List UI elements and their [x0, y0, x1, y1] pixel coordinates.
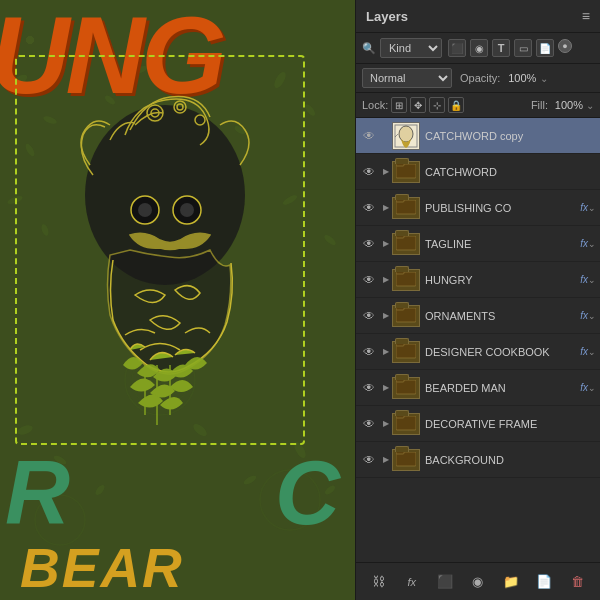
layer-item[interactable]: 👁 ▶ ORNAMENTS fx ⌄ — [356, 298, 600, 334]
footer-delete-btn[interactable]: 🗑 — [566, 571, 588, 593]
canvas-area: UNG — [0, 0, 355, 600]
lock-all-btn[interactable]: 🔒 — [448, 97, 464, 113]
canvas-text-c: C — [275, 442, 340, 545]
layer-expand-arrow[interactable]: ▶ — [380, 346, 392, 358]
layer-visibility-icon[interactable]: 👁 — [360, 235, 378, 253]
lock-transparent-btn[interactable]: ⊞ — [391, 97, 407, 113]
layer-thumbnail — [392, 305, 420, 327]
filter-adjustment-btn[interactable]: ◉ — [470, 39, 488, 57]
svg-rect-59 — [396, 452, 404, 454]
layer-thumbnail — [392, 377, 420, 399]
layer-item[interactable]: 👁 ▶ BACKGROUND — [356, 442, 600, 478]
layer-visibility-icon[interactable]: 👁 — [360, 199, 378, 217]
layer-visibility-icon[interactable]: 👁 — [360, 343, 378, 361]
layer-item[interactable]: 👁 ▶ HUNGRY fx ⌄ — [356, 262, 600, 298]
layer-visibility-icon[interactable]: 👁 — [360, 451, 378, 469]
layer-name: ORNAMENTS — [425, 310, 577, 322]
layer-expand-arrow[interactable]: ▶ — [380, 310, 392, 322]
layer-name: DESIGNER COOKBOOK — [425, 346, 577, 358]
layer-name: CATCHWORD copy — [425, 130, 596, 142]
layer-expand-arrow[interactable]: ▶ — [380, 238, 392, 250]
layers-panel: Layers ≡ 🔍 Kind Name ⬛ ◉ T ▭ 📄 ● Normal … — [355, 0, 600, 600]
opacity-label: Opacity: — [460, 72, 500, 84]
lock-label: Lock: — [362, 99, 388, 111]
layers-list: 👁 CATCHWORD copy 👁 ▶ — [356, 118, 600, 562]
svg-point-34 — [180, 203, 194, 217]
layer-fx-badge: fx — [580, 202, 588, 213]
footer-adjustment-btn[interactable]: ◉ — [467, 571, 489, 593]
layer-item[interactable]: 👁 ▶ BEARDED MAN fx ⌄ — [356, 370, 600, 406]
layer-item[interactable]: 👁 ▶ DECORATIVE FRAME — [356, 406, 600, 442]
filter-shape-btn[interactable]: ▭ — [514, 39, 532, 57]
layer-name: CATCHWORD — [425, 166, 596, 178]
layer-expand-arrow[interactable]: ▶ — [380, 418, 392, 430]
layer-thumbnail — [392, 233, 420, 255]
blend-mode-dropdown[interactable]: Normal Multiply Screen — [362, 68, 452, 88]
layer-thumbnail — [392, 122, 420, 150]
layer-visibility-icon[interactable]: 👁 — [360, 163, 378, 181]
layer-fx-chevron[interactable]: ⌄ — [588, 311, 596, 321]
layer-fx-badge: fx — [580, 382, 588, 393]
layer-expand-arrow[interactable]: ▶ — [380, 166, 392, 178]
layer-name: DECORATIVE FRAME — [425, 418, 596, 430]
layer-fx-chevron[interactable]: ⌄ — [588, 203, 596, 213]
layer-expand-arrow[interactable]: ▶ — [380, 454, 392, 466]
canvas-text-bear: BEAR — [20, 536, 184, 600]
layer-visibility-icon[interactable]: 👁 — [360, 415, 378, 433]
layer-name: HUNGRY — [425, 274, 577, 286]
filter-toggle-btn[interactable]: ● — [558, 39, 572, 53]
filter-type-btn[interactable]: T — [492, 39, 510, 57]
filter-pixel-btn[interactable]: ⬛ — [448, 39, 466, 57]
layer-visibility-icon[interactable]: 👁 — [360, 307, 378, 325]
layer-item[interactable]: 👁 ▶ TAGLINE fx ⌄ — [356, 226, 600, 262]
filter-icons: ⬛ ◉ T ▭ 📄 ● — [448, 39, 572, 57]
layer-expand-arrow[interactable]: ▶ — [380, 202, 392, 214]
layer-thumbnail — [392, 161, 420, 183]
footer-new-layer-btn[interactable]: 📄 — [533, 571, 555, 593]
fill-value[interactable]: 100% — [551, 99, 583, 111]
layer-fx-badge: fx — [580, 238, 588, 249]
layer-visibility-icon[interactable]: 👁 — [360, 271, 378, 289]
opacity-chevron[interactable]: ⌄ — [540, 73, 548, 84]
filter-bar: 🔍 Kind Name ⬛ ◉ T ▭ 📄 ● — [356, 33, 600, 64]
footer-fx-btn[interactable]: fx — [401, 571, 423, 593]
layer-fx-chevron[interactable]: ⌄ — [588, 383, 596, 393]
fill-chevron[interactable]: ⌄ — [586, 100, 594, 111]
footer-group-btn[interactable]: 📁 — [500, 571, 522, 593]
filter-kind-dropdown[interactable]: Kind Name — [380, 38, 442, 58]
layer-item[interactable]: 👁 ▶ PUBLISHING CO fx ⌄ — [356, 190, 600, 226]
layer-fx-chevron[interactable]: ⌄ — [588, 347, 596, 357]
layer-expand-arrow[interactable]: ▶ — [380, 382, 392, 394]
layer-fx-chevron[interactable]: ⌄ — [588, 239, 596, 249]
layer-fx-badge: fx — [580, 346, 588, 357]
layer-name: TAGLINE — [425, 238, 577, 250]
layer-item[interactable]: 👁 ▶ CATCHWORD — [356, 154, 600, 190]
svg-rect-49 — [396, 272, 404, 274]
layer-item[interactable]: 👁 ▶ DESIGNER COOKBOOK fx ⌄ — [356, 334, 600, 370]
layer-fx-chevron[interactable]: ⌄ — [588, 275, 596, 285]
filter-label: 🔍 — [362, 42, 376, 55]
layer-name: BEARDED MAN — [425, 382, 577, 394]
filter-smartobj-btn[interactable]: 📄 — [536, 39, 554, 57]
blend-opacity-bar: Normal Multiply Screen Opacity: 100% ⌄ — [356, 64, 600, 93]
layer-name: PUBLISHING CO — [425, 202, 577, 214]
footer-mask-btn[interactable]: ⬛ — [434, 571, 456, 593]
panel-menu-button[interactable]: ≡ — [582, 8, 590, 24]
svg-rect-55 — [396, 380, 404, 382]
opacity-value[interactable]: 100% — [504, 72, 536, 84]
svg-rect-53 — [396, 344, 404, 346]
layer-item[interactable]: 👁 CATCHWORD copy — [356, 118, 600, 154]
svg-point-33 — [138, 203, 152, 217]
layer-visibility-icon[interactable]: 👁 — [360, 127, 378, 145]
lock-image-btn[interactable]: ✥ — [410, 97, 426, 113]
layer-thumbnail — [392, 341, 420, 363]
layer-visibility-icon[interactable]: 👁 — [360, 379, 378, 397]
panel-title: Layers — [366, 9, 408, 24]
lock-position-btn[interactable]: ⊹ — [429, 97, 445, 113]
layer-expand-arrow[interactable] — [380, 130, 392, 142]
lock-fill-bar: Lock: ⊞ ✥ ⊹ 🔒 Fill: 100% ⌄ — [356, 93, 600, 118]
footer-link-btn[interactable]: ⛓ — [368, 571, 390, 593]
svg-rect-43 — [396, 164, 404, 166]
layer-thumbnail — [392, 449, 420, 471]
layer-expand-arrow[interactable]: ▶ — [380, 274, 392, 286]
